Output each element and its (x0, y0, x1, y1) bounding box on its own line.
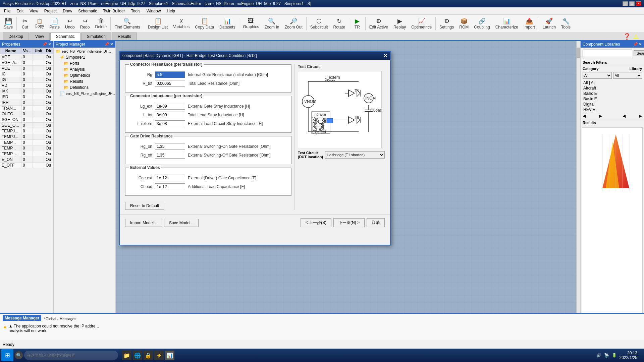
cl-pin[interactable]: 📌 (633, 42, 638, 47)
tray-icon-3[interactable]: 🔋 (612, 353, 617, 358)
import-model-btn[interactable]: Import Model... (125, 219, 162, 227)
table-row[interactable]: SGE_ON0Ou (0, 117, 53, 123)
properties-pin[interactable]: 📌 (42, 42, 47, 47)
table-row[interactable]: VD0Ou (0, 83, 53, 88)
dut-location-select[interactable]: Halfbridge (T1 shorted) Halfbridge (T2 s… (325, 151, 385, 159)
filter-item-hev[interactable]: HEV VI (583, 107, 642, 112)
toolbar-import[interactable]: 📥Import (521, 16, 537, 31)
filter-nav-left2[interactable]: ◀ (623, 114, 626, 118)
pm-pin[interactable]: 📌 (104, 42, 109, 47)
toolbar-cut[interactable]: ✂Cut (18, 16, 32, 31)
menu-schematic[interactable]: Schematic (75, 8, 100, 14)
category-select[interactable]: All Aircraft Basic E Digital HEV VI (583, 72, 612, 79)
filter-item-basice[interactable]: Basic E (583, 91, 642, 96)
toolbar-copydata[interactable]: 📋Copy Data (193, 16, 216, 31)
tab-results[interactable]: Results (112, 33, 137, 40)
table-row[interactable]: SGE_O...0Ou (0, 123, 53, 128)
input-rgoff[interactable] (155, 152, 185, 159)
toolbar-zoomin[interactable]: 🔍Zoom In (262, 16, 281, 31)
taskbar-search-input[interactable] (24, 351, 118, 360)
input-lextern[interactable] (155, 120, 185, 127)
filter-item-digital[interactable]: Digital (583, 102, 642, 107)
filter-item-basice2[interactable]: Basic E (583, 96, 642, 102)
cl-close[interactable]: ✕ (639, 42, 642, 47)
toolbar-characterize[interactable]: 📊Characterize (493, 16, 521, 31)
tab-desktop[interactable]: Desktop (3, 33, 29, 40)
table-row[interactable]: TEMP...0Ou (0, 140, 53, 145)
toolbar-coupling[interactable]: 🔗Coupling (472, 16, 492, 31)
tree-zero-ns[interactable]: 📄zero_NS_Plorer_noEngine_UH... (54, 90, 115, 97)
table-row[interactable]: TEMP_...0Ou (0, 151, 53, 157)
toolbar-subcircuit[interactable]: ⬡Subcircuit (308, 16, 330, 31)
table-row[interactable]: VGE0Ou (0, 54, 53, 60)
taskbar-icon-2[interactable]: 🌐 (133, 351, 142, 360)
menu-view[interactable]: View (27, 8, 41, 14)
filter-item-aircraft[interactable]: Aircraft (583, 85, 642, 91)
menu-file[interactable]: File (1, 8, 13, 14)
cancel-btn[interactable]: 取消 (367, 218, 385, 227)
scrollbar-thumb[interactable] (577, 48, 580, 58)
table-row[interactable]: TEMPJ...0Ou (0, 134, 53, 140)
toolbar-rom[interactable]: 📦ROM (457, 16, 471, 31)
table-row[interactable]: OUTC...0Ou (0, 111, 53, 117)
prev-btn[interactable]: < 上一步(B) (301, 218, 331, 227)
filter-nav-right[interactable]: ▶ (599, 114, 602, 118)
input-rtot[interactable] (155, 80, 185, 87)
toolbar-editsetup[interactable]: ⚙Edit Active (367, 16, 390, 31)
input-rg[interactable] (155, 71, 185, 78)
table-row[interactable]: E_OFF0Ou (0, 163, 53, 168)
table-row[interactable]: IRR0Ou (0, 100, 53, 106)
input-cload[interactable] (155, 183, 185, 190)
toolbar-redo[interactable]: ↪Redo (78, 16, 92, 31)
taskbar-icon-1[interactable]: 📁 (122, 351, 131, 360)
tree-root[interactable]: 📁zero_NS_Plorer_noEngine_UH... (54, 48, 115, 54)
input-rgon[interactable] (155, 143, 185, 150)
help-icon[interactable]: ❓ (623, 33, 631, 40)
table-row[interactable]: IG0Ou (0, 77, 53, 83)
tree-definitions[interactable]: 📂Definitions (54, 84, 115, 90)
filter-nav-left[interactable]: ◀ (583, 114, 586, 118)
filter-item-all-all[interactable]: All | All (583, 80, 642, 85)
maximize-btn[interactable]: □ (629, 1, 635, 6)
table-row[interactable]: VCE0Ou (0, 66, 53, 71)
tab-view[interactable]: View (30, 33, 50, 40)
tray-icon-1[interactable]: 🔊 (596, 353, 601, 358)
tree-optimetrics[interactable]: 📂Optimetrics (54, 72, 115, 78)
toolbar-find[interactable]: 🔍Find Elements (112, 16, 143, 31)
table-row[interactable]: IFD0Ou (0, 94, 53, 100)
save-model-btn[interactable]: Save Model... (164, 219, 199, 227)
toolbar-variables[interactable]: xVariables (171, 16, 192, 31)
input-cgeext[interactable] (155, 175, 185, 181)
toolbar-delete[interactable]: 🗑Delete (93, 16, 109, 31)
table-row[interactable]: VGE_A...0Ou (0, 60, 53, 66)
filter-nav-right2[interactable]: ▶ (639, 114, 642, 118)
toolbar-graphics[interactable]: 🖼Graphics (240, 16, 261, 31)
toolbar-rotate[interactable]: ↻Rotate (331, 16, 347, 31)
toolbar-settings[interactable]: ⚙Settings (437, 16, 456, 31)
table-row[interactable]: IC0Ou (0, 71, 53, 77)
menu-window[interactable]: Window (144, 8, 164, 14)
tree-analysis[interactable]: 📂Analysis (54, 66, 115, 72)
toolbar-copy[interactable]: 📋Copy (32, 16, 46, 31)
next-btn[interactable]: 下一页(N) > (333, 218, 365, 227)
warning-icon[interactable]: ⚠ (633, 33, 639, 40)
tree-simplorer1[interactable]: ⚡Simplorer1 (54, 54, 115, 60)
toolbar-tr[interactable]: ▶TR (351, 16, 364, 31)
tree-ports[interactable]: 📂Ports (54, 60, 115, 66)
close-btn[interactable]: ✕ (636, 1, 641, 6)
input-ltot[interactable] (155, 112, 185, 118)
comp-lib-search-btn[interactable]: Search (634, 50, 644, 56)
menu-tools[interactable]: Tools (128, 8, 143, 14)
input-lgext[interactable] (155, 103, 185, 110)
toolbar-paste[interactable]: 📄Paste (47, 16, 62, 31)
reset-to-default-btn[interactable]: Reset to Default (125, 202, 164, 210)
toolbar-datasets[interactable]: 📊Datasets (217, 16, 237, 31)
menu-draw[interactable]: Draw (60, 8, 75, 14)
taskbar-icon-search[interactable]: 🔍 (15, 351, 23, 359)
comp-lib-search-input[interactable] (583, 50, 632, 57)
toolbar-undo[interactable]: ↩Undo (63, 16, 77, 31)
menu-project[interactable]: Project (42, 8, 59, 14)
taskbar-icon-4[interactable]: 📊 (165, 351, 174, 360)
toolbar-launch[interactable]: 🚀Launch (540, 16, 558, 31)
table-row[interactable]: TEMPJ...0Ou (0, 128, 53, 134)
